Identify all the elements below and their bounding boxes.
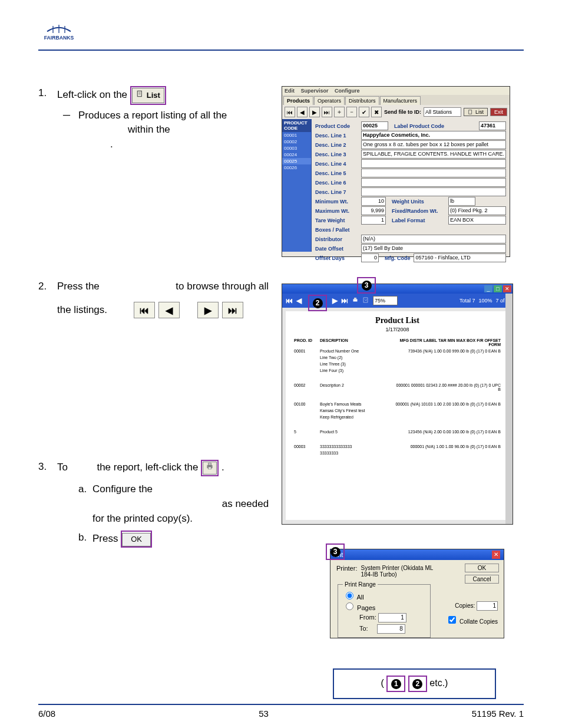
step-3-text-b: the report, left-click the: [97, 462, 198, 473]
code-row[interactable]: 00026: [282, 164, 311, 171]
range-pages-label: Pages: [357, 604, 375, 611]
label-format-value[interactable]: EAN BOX: [448, 216, 506, 225]
preview-first-icon[interactable]: ⏮: [286, 297, 293, 305]
exit-button[interactable]: Exit: [490, 108, 507, 116]
scrollbar[interactable]: [505, 294, 513, 524]
date-offset-label: Date Offset: [315, 246, 361, 252]
collate-label: Collate Copies: [459, 618, 498, 625]
toolbar: ⏮ ◀ ▶ ⏭ ＋ － ✔ ✖ Send file to ID: All Sta…: [282, 105, 510, 119]
print-button[interactable]: [201, 460, 219, 476]
nav-prev-button[interactable]: ◀: [158, 302, 180, 318]
desc5-value[interactable]: [361, 169, 506, 177]
nav-last-button[interactable]: ⏭: [222, 302, 243, 318]
send-field[interactable]: All Stations: [424, 107, 461, 117]
code-row[interactable]: 00024: [282, 151, 311, 158]
preview-document: Product List 1/17/2008 PROD. ID DESCRIPT…: [286, 311, 509, 520]
tab-operators[interactable]: Operators: [314, 96, 345, 105]
product-code-list: PRODUCT CODE 000010000200003000240002500…: [282, 119, 312, 252]
tb-cancel-icon[interactable]: ✖: [371, 107, 382, 117]
preview-last-icon[interactable]: ⏭: [341, 297, 348, 305]
tb-ok-icon[interactable]: ✔: [359, 107, 369, 117]
send-label: Send file to ID:: [384, 109, 421, 115]
menu-supervisor[interactable]: Supervisor: [301, 88, 329, 94]
preview-prev-icon[interactable]: ◀: [296, 297, 302, 305]
nav-first-button[interactable]: ⏮: [134, 302, 155, 318]
tab-row: ProductsOperatorsDistributorsManufacture…: [282, 95, 510, 105]
range-pages-radio[interactable]: [346, 602, 353, 610]
desc6-value[interactable]: [361, 178, 506, 187]
wt-units-value[interactable]: lb: [448, 197, 475, 206]
tb-prev-icon[interactable]: ◀: [297, 107, 308, 117]
product-code-value[interactable]: 00025: [361, 121, 388, 130]
step-1-sub-c: .: [57, 137, 274, 152]
ok-button-inline[interactable]: OK: [121, 531, 152, 548]
preview-print-icon[interactable]: [352, 297, 359, 305]
toolbar-list-button[interactable]: List: [464, 108, 488, 116]
list-button[interactable]: List: [130, 86, 166, 105]
report-row: 5Product 5123456 (N/A) 2.00 0.00 100.00 …: [286, 429, 509, 435]
tb-next-icon[interactable]: ▶: [309, 107, 320, 117]
range-all-radio[interactable]: [346, 592, 353, 599]
preview-pct: 100%: [478, 298, 492, 304]
menu-edit[interactable]: Edit: [285, 88, 295, 94]
print-close-icon[interactable]: ✕: [492, 551, 500, 559]
offset-days-label: Offset Days: [315, 255, 361, 261]
tb-remove-icon[interactable]: －: [346, 107, 357, 117]
tab-distributors[interactable]: Distributors: [345, 96, 379, 105]
desc7-value[interactable]: [361, 187, 506, 196]
print-ok-button[interactable]: OK: [465, 564, 499, 572]
max-wt-value[interactable]: 9,999: [361, 206, 386, 215]
max-wt-label: Maximum Wt.: [315, 208, 361, 214]
code-row[interactable]: 00001: [282, 132, 311, 139]
copies-label: Copies:: [455, 602, 475, 609]
mfg-label: Mfg. Code: [385, 255, 411, 261]
code-row[interactable]: 00002: [282, 139, 311, 145]
dist-value[interactable]: (N/A): [361, 235, 506, 243]
report-subrow: Line Four (3): [286, 367, 509, 374]
maximize-icon[interactable]: □: [494, 285, 502, 292]
desc2-value[interactable]: One gross x 8 oz. tubes per box x 12 box…: [361, 140, 506, 149]
date-offset-value[interactable]: (17) Sell By Date: [361, 244, 506, 253]
print-cancel-button[interactable]: Cancel: [465, 575, 499, 584]
tare-label: Tare Weight: [315, 218, 361, 223]
range-all-label: All: [356, 594, 363, 601]
step-3b-letter: b.: [78, 531, 87, 545]
screenshot-products-window: Edit Supervisor Configure ProductsOperat…: [282, 86, 510, 257]
product-code-label: Product Code: [315, 123, 361, 129]
tare-value[interactable]: 1: [361, 216, 386, 225]
footer-center: 53: [259, 709, 269, 719]
tab-products[interactable]: Products: [283, 96, 313, 105]
report-header-row: PROD. ID DESCRIPTION MFG DISTR LABEL TAR…: [286, 337, 509, 348]
copies-field[interactable]: 1: [477, 601, 498, 611]
code-row[interactable]: 00025: [282, 158, 311, 164]
close-icon[interactable]: ✕: [503, 285, 511, 292]
menu-configure[interactable]: Configure: [335, 88, 360, 94]
desc3-value[interactable]: SPILLABLE, FRAGILE CONTENTS. HANDLE WITH…: [361, 150, 506, 159]
collate-checkbox[interactable]: [448, 616, 456, 624]
nav-next-button[interactable]: ▶: [197, 302, 219, 318]
offset-days-value[interactable]: 0: [361, 253, 379, 262]
preview-export-icon[interactable]: [362, 297, 369, 305]
note-badge-2: 2: [408, 676, 427, 692]
tb-last-icon[interactable]: ⏭: [322, 107, 332, 117]
tb-add-icon[interactable]: ＋: [334, 107, 345, 117]
desc4-value[interactable]: [361, 159, 506, 168]
fixed-value[interactable]: (0) Fixed Pkg. 2: [448, 206, 506, 215]
desc1-value[interactable]: Happyface Cosmetics, Inc.: [361, 131, 506, 140]
code-row[interactable]: 00003: [282, 145, 311, 151]
from-field[interactable]: 1: [378, 613, 406, 622]
mfg-value[interactable]: 057160 - Fishface, LTD: [414, 253, 506, 262]
tab-manufacturers[interactable]: Manufacturers: [380, 96, 421, 105]
desc5-label: Desc. Line 5: [315, 170, 361, 176]
report-subrow: 33333333: [286, 450, 509, 456]
tb-first-icon[interactable]: ⏮: [285, 107, 295, 117]
min-wt-value[interactable]: 10: [361, 197, 386, 206]
note-close: etc.): [429, 678, 448, 688]
minimize-icon[interactable]: _: [484, 285, 492, 292]
preview-next-icon[interactable]: ▶: [332, 297, 338, 305]
zoom-select[interactable]: 75%: [373, 296, 398, 305]
to-field[interactable]: 8: [377, 624, 405, 634]
label-product-code-value[interactable]: 47361: [479, 121, 506, 130]
print-range-group: Print Range All Pages From: 1 To: 8: [338, 581, 431, 638]
printer-icon: [205, 461, 214, 476]
